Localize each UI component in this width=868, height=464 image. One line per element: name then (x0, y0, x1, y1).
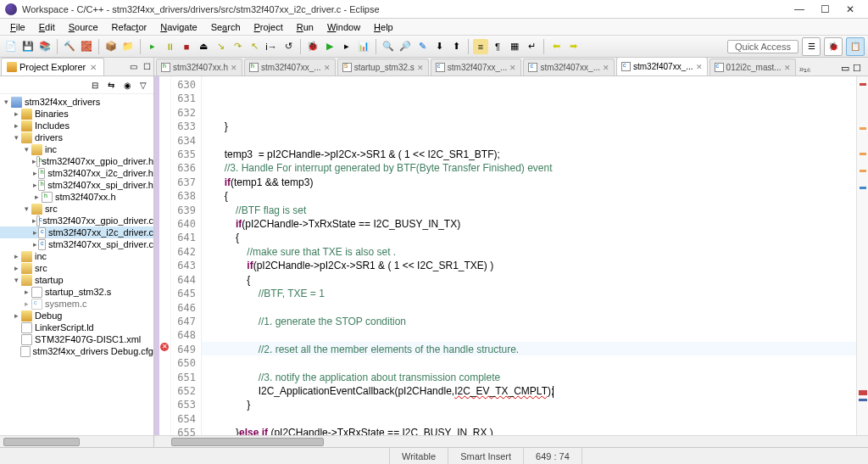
tree-file[interactable]: stm32f407xx_spi_driver.h (47, 180, 153, 190)
tree-startup[interactable]: startup (35, 275, 64, 285)
menu-source[interactable]: Source (62, 20, 105, 34)
save-icon[interactable]: 💾 (20, 39, 36, 54)
link-editor-icon[interactable]: ⇆ (104, 78, 118, 92)
tree-file[interactable]: STM32F407G-DISC1.xml (35, 334, 141, 344)
tree-file-selected[interactable]: stm32f407xx_i2c_driver.c (48, 227, 153, 238)
close-button[interactable]: ✕ (837, 2, 863, 17)
editor-tab[interactable]: stm32f407xx.h✕ (156, 59, 242, 75)
focus-task-icon[interactable]: ◉ (120, 78, 134, 92)
tree-file[interactable]: stm32f407xx_spi_driver.c (48, 239, 153, 249)
menu-refactor[interactable]: Refactor (105, 20, 154, 34)
new-class-icon[interactable]: 📦 (103, 39, 119, 54)
suspend-icon[interactable]: ⏸ (162, 39, 177, 54)
run-last-icon[interactable]: ▸ (339, 39, 354, 54)
tree-binaries[interactable]: Binaries (35, 109, 69, 119)
editor-max-icon[interactable]: ☐ (853, 63, 861, 74)
forward-icon[interactable]: ➡ (565, 39, 581, 54)
menu-edit[interactable]: Edit (32, 20, 62, 34)
terminate-icon[interactable]: ■ (179, 39, 194, 54)
restart-icon[interactable]: ↺ (281, 39, 296, 54)
block-selection-icon[interactable]: ▦ (507, 39, 522, 54)
tree-project[interactable]: stm32f4xx_drivers (25, 97, 100, 107)
save-all-icon[interactable]: 📚 (37, 39, 53, 54)
quick-access[interactable]: Quick Access (727, 40, 798, 53)
perspective-resource[interactable]: 📋 (846, 37, 865, 56)
disconnect-icon[interactable]: ⏏ (196, 39, 211, 54)
build-target-icon[interactable]: 🧱 (79, 39, 94, 54)
new-icon[interactable]: 📄 (3, 39, 19, 54)
project-explorer-tab[interactable]: Project Explorer ✕ (1, 58, 104, 75)
tree-debug[interactable]: Debug (35, 310, 62, 321)
next-annotation-icon[interactable]: ⬇ (431, 39, 447, 54)
editor-overflow[interactable]: »₁₆ (796, 63, 815, 75)
minimize-view-icon[interactable]: ▭ (126, 60, 140, 74)
run-icon[interactable]: ▶ (322, 39, 337, 54)
close-icon[interactable]: ✕ (231, 64, 237, 72)
sidebar-scrollbar[interactable] (0, 435, 153, 447)
code-text[interactable]: } temp3 = pI2CHandle->pI2Cx->SR1 & ( 1 <… (202, 76, 856, 435)
overview-ruler[interactable] (856, 76, 868, 435)
step-into-icon[interactable]: ↘ (213, 39, 228, 54)
close-icon[interactable]: ✕ (324, 64, 331, 72)
close-icon[interactable]: ✕ (509, 64, 516, 72)
tree-src[interactable]: src (45, 204, 58, 214)
editor-tab[interactable]: 012i2c_mast...✕ (709, 59, 796, 75)
step-over-icon[interactable]: ↷ (230, 39, 245, 54)
profile-icon[interactable]: 📊 (356, 39, 371, 54)
perspective-cpp[interactable]: ☰ (802, 37, 821, 56)
menu-file[interactable]: File (3, 20, 32, 34)
editor-tab[interactable]: stm32f407xx_...✕ (616, 58, 708, 75)
tree-file[interactable]: LinkerScript.ld (35, 322, 94, 333)
close-icon[interactable]: ✕ (784, 64, 791, 72)
tree-file[interactable]: stm32f407xx_gpio_driver.c (42, 215, 153, 226)
editor-tab[interactable]: stm32f407xx_...✕ (523, 59, 615, 75)
tree-inc2[interactable]: inc (35, 251, 47, 261)
editor-tab[interactable]: stm32f407xx_...✕ (244, 59, 336, 75)
code-editor[interactable]: ✕ 630 631 632 633 634 635 636 637 638 63… (154, 76, 868, 435)
close-icon[interactable]: ✕ (88, 63, 98, 72)
tree-file[interactable]: stm32f407xx.h (55, 192, 116, 202)
menu-project[interactable]: Project (248, 20, 290, 34)
menu-search[interactable]: Search (204, 20, 248, 34)
collapse-all-icon[interactable]: ⊟ (88, 78, 102, 92)
back-icon[interactable]: ⬅ (548, 39, 564, 54)
maximize-view-icon[interactable]: ☐ (140, 60, 153, 74)
maximize-button[interactable]: ☐ (812, 2, 837, 17)
word-wrap-icon[interactable]: ↵ (524, 39, 539, 54)
tree-file[interactable]: stm32f4xx_drivers Debug.cfg (33, 346, 153, 356)
tree-drivers[interactable]: drivers (35, 132, 63, 143)
error-marker-icon[interactable]: ✕ (160, 343, 169, 351)
editor-min-icon[interactable]: ▭ (841, 63, 849, 74)
tree-file[interactable]: sysmem.c (45, 299, 87, 309)
close-icon[interactable]: ✕ (603, 64, 609, 72)
menu-help[interactable]: Help (367, 20, 400, 34)
editor-hscrollbar[interactable] (154, 435, 868, 447)
search-icon[interactable]: 🔎 (398, 39, 413, 54)
view-menu-icon[interactable]: ▽ (136, 78, 150, 92)
instr-step-icon[interactable]: i→ (264, 39, 279, 54)
perspective-debug[interactable]: 🐞 (824, 37, 843, 56)
tree-file[interactable]: startup_stm32.s (45, 287, 111, 297)
new-folder-icon[interactable]: 📁 (120, 39, 136, 54)
menu-window[interactable]: Window (320, 20, 367, 34)
build-icon[interactable]: 🔨 (62, 39, 77, 54)
editor-tab[interactable]: startup_stm32.s✕ (337, 59, 429, 75)
toggle-mark-icon[interactable]: ✎ (415, 39, 430, 54)
show-whitespace-icon[interactable]: ¶ (490, 39, 505, 54)
tree-inc[interactable]: inc (45, 144, 57, 154)
project-tree[interactable]: ▾stm32f4xx_drivers ▸Binaries ▸Includes ▾… (0, 94, 153, 435)
editor-tab[interactable]: stm32f407xx_...✕ (431, 59, 522, 75)
open-type-icon[interactable]: 🔍 (381, 39, 396, 54)
tree-includes[interactable]: Includes (35, 120, 70, 131)
close-icon[interactable]: ✕ (417, 64, 424, 72)
marker-gutter[interactable]: ✕ (159, 76, 171, 435)
tree-file[interactable]: stm32f407xx_i2c_driver.h (47, 168, 153, 178)
debug-icon[interactable]: 🐞 (305, 39, 320, 54)
tree-src2[interactable]: src (35, 263, 47, 273)
close-icon[interactable]: ✕ (696, 63, 703, 71)
toggle-breadcrumb-icon[interactable]: ≡ (473, 39, 488, 54)
step-return-icon[interactable]: ↖ (247, 39, 262, 54)
tree-file[interactable]: stm32f407xx_gpio_driver.h (42, 156, 153, 166)
prev-annotation-icon[interactable]: ⬆ (448, 39, 464, 54)
minimize-button[interactable]: — (787, 2, 812, 17)
